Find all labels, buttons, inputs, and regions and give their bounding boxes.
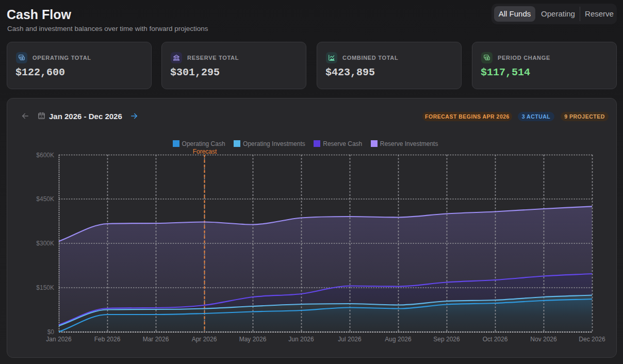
svg-text:Nov 2026: Nov 2026: [530, 336, 557, 343]
svg-text:Mar 2026: Mar 2026: [143, 336, 169, 343]
svg-text:$150K: $150K: [36, 284, 54, 291]
svg-text:Jul 2026: Jul 2026: [338, 336, 362, 343]
svg-text:$0: $0: [47, 328, 55, 336]
svg-text:$600K: $600K: [36, 152, 54, 159]
svg-text:Jun 2026: Jun 2026: [288, 336, 314, 343]
svg-text:$450K: $450K: [36, 195, 54, 203]
svg-text:$300K: $300K: [36, 240, 54, 247]
svg-text:May 2026: May 2026: [239, 336, 267, 343]
svg-text:Feb 2026: Feb 2026: [94, 336, 121, 343]
svg-text:Sep 2026: Sep 2026: [433, 336, 460, 343]
svg-text:Dec 2026: Dec 2026: [579, 336, 605, 343]
svg-text:Jan 2026: Jan 2026: [46, 336, 72, 343]
svg-text:Oct 2026: Oct 2026: [483, 336, 508, 343]
svg-text:Aug 2026: Aug 2026: [385, 336, 412, 343]
svg-text:Apr 2026: Apr 2026: [192, 336, 217, 343]
